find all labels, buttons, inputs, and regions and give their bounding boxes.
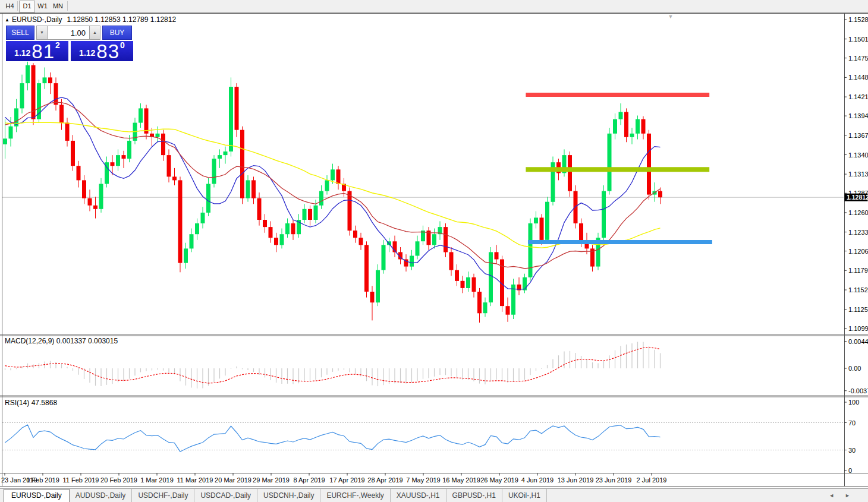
tab-eurchf[interactable]: EURCHF-,Weekly — [320, 489, 390, 502]
chart-shift-marker-icon: ▼ — [668, 14, 674, 20]
svg-text:1.13405: 1.13405 — [848, 151, 868, 159]
sell-price-big-digits: 81 — [32, 43, 55, 60]
svg-text:0: 0 — [848, 467, 852, 474]
rsi-line — [5, 425, 661, 452]
tab-gbpusd[interactable]: GBPUSD-,H1 — [446, 489, 502, 502]
tab-xauusd[interactable]: XAUUSD-,H1 — [391, 489, 446, 502]
buy-price-big-digits: 83 — [96, 43, 119, 60]
svg-text:1.13135: 1.13135 — [848, 171, 868, 178]
macd-signal-line — [5, 348, 661, 383]
svg-text:1.12812: 1.12812 — [847, 194, 868, 201]
svg-text:1.12065: 1.12065 — [848, 248, 868, 255]
svg-text:0.00: 0.00 — [848, 365, 861, 372]
buy-price-prefix: 1.12 — [79, 48, 95, 58]
svg-text:26 May 2019: 26 May 2019 — [480, 476, 518, 484]
macd-pane-group — [5, 342, 661, 389]
svg-text:16 May 2019: 16 May 2019 — [442, 476, 480, 484]
current-price-tag: 1.12812 — [845, 194, 868, 201]
svg-text:1.15015: 1.15015 — [848, 36, 868, 43]
svg-text:2 Jul 2019: 2 Jul 2019 — [637, 476, 667, 484]
svg-text:1.11255: 1.11255 — [848, 306, 868, 313]
tab-usdchf[interactable]: USDCHF-,Daily — [132, 489, 194, 502]
svg-text:7 May 2019: 7 May 2019 — [406, 476, 440, 484]
time-scale[interactable]: 23 Jan 20191 Feb 201911 Feb 201920 Feb 2… — [1, 473, 666, 484]
svg-text:100: 100 — [848, 399, 859, 406]
svg-text:1.14750: 1.14750 — [848, 55, 868, 62]
svg-text:23 Jun 2019: 23 Jun 2019 — [596, 476, 632, 484]
tab-scroll-arrows[interactable]: ◄► — [829, 492, 861, 498]
svg-text:17 Apr 2019: 17 Apr 2019 — [329, 476, 364, 484]
sell-price-prefix: 1.12 — [14, 48, 30, 58]
svg-text:30: 30 — [848, 447, 856, 454]
sell-price-button[interactable]: 1.12 81 2 — [6, 41, 68, 61]
chart-ohlc-values: 1.12850 1.12853 1.12789 1.12812 — [67, 15, 177, 24]
svg-text:20 Mar 2019: 20 Mar 2019 — [215, 476, 251, 484]
buy-button[interactable]: BUY — [102, 26, 132, 40]
buy-price-pip-digit: 0 — [120, 40, 125, 50]
svg-text:28 Apr 2019: 28 Apr 2019 — [367, 476, 402, 484]
svg-text:1.11795: 1.11795 — [848, 267, 868, 274]
svg-text:1.10990: 1.10990 — [848, 325, 868, 332]
svg-text:13 Jun 2019: 13 Jun 2019 — [558, 476, 594, 484]
svg-text:1.12600: 1.12600 — [848, 209, 868, 216]
buy-price-button[interactable]: 1.12 83 0 — [71, 41, 133, 61]
svg-text:1.14210: 1.14210 — [848, 93, 868, 100]
svg-text:1.12330: 1.12330 — [848, 229, 868, 236]
tab-eurusd[interactable]: EURUSD-,Daily — [4, 489, 70, 502]
tab-ukoil[interactable]: UKOil-,H1 — [502, 489, 547, 502]
chart-symbol-label: EURUSD-,Daily — [12, 15, 62, 24]
svg-text:1 Feb 2019: 1 Feb 2019 — [26, 476, 59, 484]
svg-text:11 Mar 2019: 11 Mar 2019 — [177, 476, 213, 484]
sell-price-pip-digit: 2 — [55, 40, 60, 50]
svg-text:1.13675: 1.13675 — [848, 132, 868, 139]
mt4-window: H4 D1 W1 MN ▼1.152851.150151.147501.1448… — [0, 0, 868, 502]
macd-indicator-label: MACD(12,26,9) 0.001337 0.003015 — [5, 337, 118, 345]
chart-tab-bar: EURUSD-,Daily AUDUSD-,Daily USDCHF-,Dail… — [0, 488, 868, 502]
svg-text:1.13945: 1.13945 — [848, 112, 868, 119]
chart-canvas[interactable]: ▼1.152851.150151.147501.144801.142101.13… — [0, 0, 868, 502]
candles-group — [3, 62, 662, 323]
volume-increase-button[interactable]: ▲ — [89, 26, 100, 40]
tab-usdcad[interactable]: USDCAD-,Daily — [194, 489, 257, 502]
svg-text:70: 70 — [848, 419, 856, 427]
price-scale[interactable]: 1.152851.150151.147501.144801.142101.139… — [844, 16, 868, 474]
borders-group — [0, 13, 868, 487]
sell-button[interactable]: SELL — [6, 26, 34, 40]
svg-text:1.15285: 1.15285 — [848, 16, 868, 23]
svg-text:8 Apr 2019: 8 Apr 2019 — [293, 476, 325, 484]
rsi-indicator-label: RSI(14) 47.5868 — [5, 399, 57, 407]
moving-average-line-0 — [5, 97, 661, 289]
scroll-right-icon[interactable]: ► — [845, 492, 861, 498]
svg-text:4 Jun 2019: 4 Jun 2019 — [521, 476, 553, 484]
svg-text:11 Feb 2019: 11 Feb 2019 — [63, 476, 99, 484]
svg-text:1 Mar 2019: 1 Mar 2019 — [140, 476, 174, 484]
collapse-arrow-icon[interactable]: ▲ — [5, 17, 10, 23]
rsi-pane-group — [2, 423, 844, 452]
scroll-left-icon[interactable]: ◄ — [829, 492, 845, 498]
svg-text:1.14480: 1.14480 — [848, 74, 868, 81]
volume-decrease-button[interactable]: ▼ — [36, 26, 48, 40]
tab-audusd[interactable]: AUDUSD-,Daily — [70, 489, 133, 502]
tab-usdcnh[interactable]: USDCNH-,Daily — [257, 489, 320, 502]
svg-text:1.11525: 1.11525 — [848, 286, 868, 293]
svg-text:0.004465: 0.004465 — [848, 338, 868, 345]
svg-text:-0.003715: -0.003715 — [848, 387, 868, 394]
volume-input[interactable] — [48, 26, 89, 40]
one-click-trading-panel: SELL ▼ ▲ BUY 1.12 81 2 1.12 83 0 — [6, 26, 133, 61]
svg-text:29 Mar 2019: 29 Mar 2019 — [253, 476, 290, 484]
svg-text:20 Feb 2019: 20 Feb 2019 — [100, 476, 137, 484]
chart-title: ▲EURUSD-,Daily1.12850 1.12853 1.12789 1.… — [5, 15, 176, 24]
